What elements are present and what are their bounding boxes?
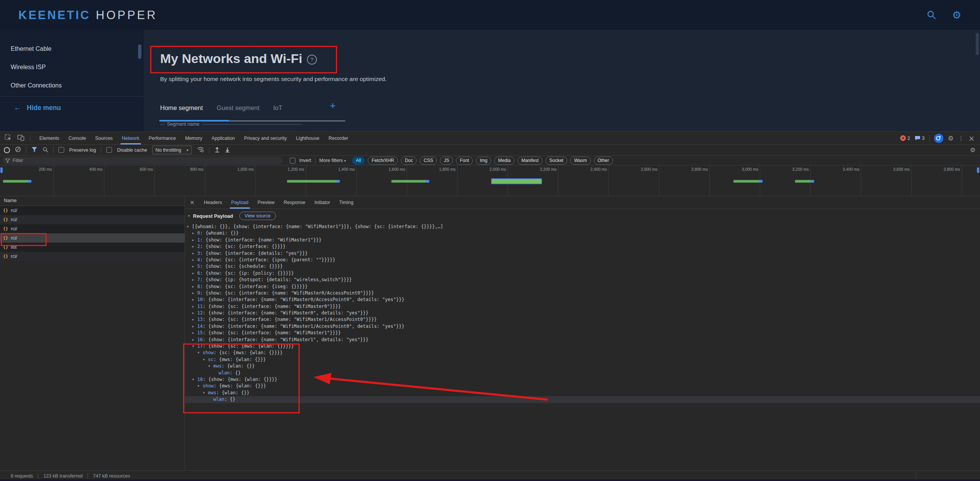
tree-expand-icon[interactable]: ▾ [198, 383, 203, 389]
json-tree-row[interactable]: ▾show: {sc: {mws: {wlan: {}}}} [185, 350, 980, 356]
inspect-element-icon[interactable] [5, 134, 12, 143]
filter-chip-img[interactable]: Img [476, 157, 491, 165]
preserve-log-label[interactable]: Preserve log [69, 147, 96, 153]
disable-cache-checkbox[interactable] [106, 147, 112, 153]
details-tab-response[interactable]: Response [279, 196, 310, 209]
json-tree-row[interactable]: ▸8: {show: {sc: {interface: {iseg: {}}}}… [185, 283, 980, 290]
details-tab-initiator[interactable]: Initiator [310, 196, 335, 209]
segment-name-field[interactable]: Segment name [160, 124, 302, 131]
preserve-log-checkbox[interactable] [58, 147, 64, 153]
filter-chip-js[interactable]: JS [440, 157, 453, 165]
filter-chip-wasm[interactable]: Wasm [570, 157, 591, 165]
devtools-tab-network[interactable]: Network [117, 132, 144, 144]
page-scrollbar-thumb[interactable] [976, 33, 979, 55]
json-tree-row[interactable]: ▾sc: {mws: {wlan: {}}} [185, 356, 980, 363]
timeline-bar-selected[interactable] [491, 178, 542, 184]
tree-collapse-icon[interactable]: ▸ [192, 250, 197, 257]
view-source-button[interactable]: View source [239, 212, 276, 220]
segment-tab-iot[interactable]: IoT [273, 104, 282, 117]
request-row[interactable]: {}list [0, 243, 185, 252]
json-tree-row[interactable]: wlan: {} [185, 396, 980, 403]
tree-collapse-icon[interactable]: ▸ [192, 263, 197, 270]
tree-expand-icon[interactable]: ▾ [203, 356, 208, 363]
errors-badge[interactable]: ✕ 2 [900, 135, 910, 141]
tree-collapse-icon[interactable]: ▸ [192, 296, 197, 303]
json-tree-row[interactable]: ▾mws: {wlan: {}} [185, 363, 980, 369]
json-tree-row[interactable]: ▸2: {show: {sc: {interface: {}}}} [185, 243, 980, 250]
search-icon[interactable] [925, 8, 938, 21]
network-settings-gear-icon[interactable]: ⚙ [970, 146, 975, 154]
sidebar-item-wireless-isp[interactable]: Wireless ISP [0, 58, 143, 76]
json-tree-row[interactable]: ▸11: {show: {sc: {interface: {name: "Wif… [185, 303, 980, 310]
filter-toggle-icon[interactable] [31, 147, 37, 153]
tree-expand-icon[interactable]: ▾ [192, 343, 197, 350]
network-overview-timeline[interactable]: 200 ms400 ms600 ms800 ms1,000 ms1,200 ms… [0, 165, 980, 196]
tree-collapse-icon[interactable]: ▸ [192, 243, 197, 250]
filter-chip-manifest[interactable]: Manifest [518, 157, 542, 165]
json-tree-row[interactable]: ▸9: {show: {sc: {interface: {name: "Wifi… [185, 290, 980, 296]
json-tree-row[interactable]: ▸6: {show: {sc: {ip: {policy: {}}}}} [185, 270, 980, 277]
sidebar-scrollbar-thumb[interactable] [138, 44, 141, 59]
tree-expand-icon[interactable]: ▾ [203, 390, 208, 396]
filter-chip-font[interactable]: Font [456, 157, 473, 165]
tree-collapse-icon[interactable]: ▸ [192, 323, 197, 330]
details-tab-preview[interactable]: Preview [253, 196, 279, 209]
filter-input[interactable]: Filter [2, 157, 283, 164]
settings-gear-icon[interactable]: ⚙ [950, 8, 963, 21]
json-tree-row[interactable]: ▾mws: {wlan: {}} [185, 390, 980, 396]
close-details-icon[interactable]: × [185, 199, 199, 206]
import-har-icon[interactable] [214, 146, 220, 154]
export-har-icon[interactable] [225, 146, 230, 154]
name-column-header[interactable]: Name [0, 196, 185, 206]
filter-chip-css[interactable]: CSS [420, 157, 437, 165]
network-conditions-icon[interactable] [197, 146, 204, 154]
request-row[interactable]: {}rci/ [0, 215, 185, 224]
json-tree-row[interactable]: ▸12: {show: {interface: {name: "WifiMast… [185, 310, 980, 316]
request-row[interactable]: {}rci/ [0, 206, 185, 215]
details-tab-timing[interactable]: Timing [335, 196, 358, 209]
disable-cache-label[interactable]: Disable cache [117, 147, 147, 153]
more-filters-dropdown[interactable]: More filters ▾ [319, 158, 346, 163]
timeline-bar[interactable] [795, 180, 814, 183]
json-tree-row[interactable]: ▸4: {show: {sc: {interface: {ipoe: {pare… [185, 257, 980, 263]
json-tree-row[interactable]: ▸16: {show: {interface: {name: "WifiMast… [185, 337, 980, 343]
tree-expand-icon[interactable]: ▾ [192, 376, 197, 383]
json-tree-row[interactable]: ▾show: {mws: {wlan: {}}} [185, 383, 980, 389]
devtools-tab-recorder[interactable]: Recorder [324, 132, 353, 144]
json-tree-row[interactable]: ▾17: {show: {sc: {mws: {wlan: {}}}}} [185, 343, 980, 350]
json-tree-row[interactable]: ▸0: {whoami: {}} [185, 230, 980, 236]
tree-collapse-icon[interactable]: ▸ [192, 257, 197, 263]
tree-collapse-icon[interactable]: ▸ [192, 230, 197, 236]
throttling-dropdown[interactable]: No throttling ▾ [152, 146, 192, 154]
request-row[interactable]: {}rci/ [0, 252, 185, 261]
segment-tab-home-segment[interactable]: Home segment [160, 104, 203, 117]
devtools-tab-application[interactable]: Application [207, 132, 239, 144]
json-tree-row[interactable]: ▸10: {show: {interface: {name: "WifiMast… [185, 296, 980, 303]
invert-label[interactable]: Invert [299, 158, 311, 163]
search-network-icon[interactable] [42, 147, 48, 154]
request-row[interactable]: {}rci/ [0, 224, 185, 233]
filter-chip-socket[interactable]: Socket [545, 157, 567, 165]
tree-collapse-icon[interactable]: ▸ [192, 330, 197, 336]
devtools-tab-privacy-and-security[interactable]: Privacy and security [240, 132, 292, 144]
filter-chip-other[interactable]: Other [594, 157, 613, 165]
json-tree-row[interactable]: ▸15: {show: {sc: {interface: {name: "Wif… [185, 330, 980, 336]
json-tree-row[interactable]: ▸7: {show: {ip: {hotspot: {details: "wir… [185, 277, 980, 283]
devtools-settings-icon[interactable]: ⚙ [948, 134, 954, 142]
filter-chip-doc[interactable]: Doc [401, 157, 417, 165]
json-tree-row[interactable]: ▸5: {show: {sc: {schedule: {}}}} [185, 263, 980, 270]
devtools-tab-console[interactable]: Console [64, 132, 91, 144]
filter-chip-fetch-xhr[interactable]: Fetch/XHR [368, 157, 398, 165]
devtools-tab-performance[interactable]: Performance [144, 132, 181, 144]
tree-collapse-icon[interactable]: ▸ [192, 270, 197, 277]
json-tree-row[interactable]: ▸1: {show: {interface: {name: "WifiMaste… [185, 237, 980, 243]
filter-chip-all[interactable]: All [352, 157, 365, 165]
invert-checkbox[interactable] [290, 158, 295, 164]
sidebar-item-ethernet-cable[interactable]: Ethernet Cable [0, 40, 143, 58]
record-network-log-icon[interactable] [4, 147, 10, 153]
devtools-tab-lighthouse[interactable]: Lighthouse [291, 132, 324, 144]
json-tree-row[interactable]: ▸13: {show: {sc: {interface: {name: "Wif… [185, 316, 980, 323]
close-devtools-icon[interactable]: × [969, 134, 975, 143]
kebab-menu-icon[interactable]: ⋮ [958, 135, 964, 142]
add-segment-button[interactable]: + [330, 102, 336, 109]
